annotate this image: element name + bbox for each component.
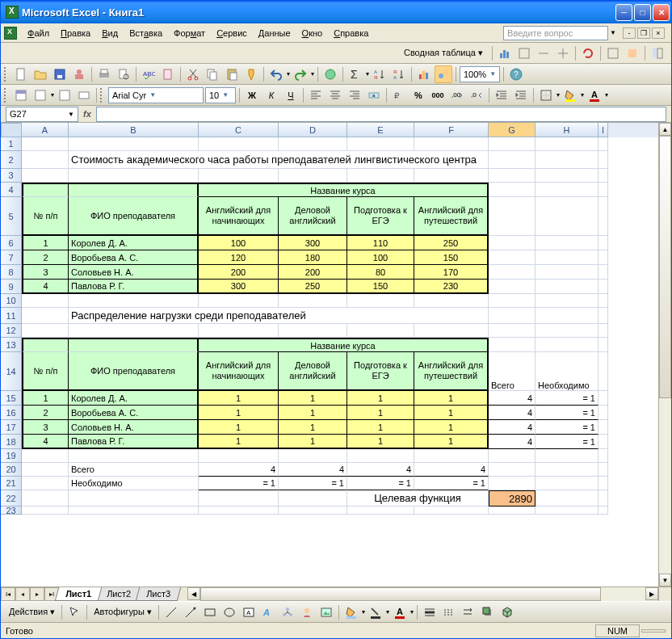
rectangle-icon[interactable] xyxy=(201,603,219,621)
horizontal-scrollbar[interactable]: ◀ ▶ xyxy=(187,587,658,601)
print-icon[interactable] xyxy=(95,65,113,83)
underline-icon[interactable]: Ч xyxy=(282,86,300,104)
row-20[interactable]: 20 xyxy=(1,463,22,477)
name-define-icon[interactable] xyxy=(75,86,93,104)
font-name-combo[interactable]: Arial Cyr▼ xyxy=(108,87,204,103)
decrease-decimal-icon[interactable]: ,0 xyxy=(468,86,485,104)
scroll-up-button[interactable]: ▲ xyxy=(659,123,671,136)
font-color-icon[interactable]: A xyxy=(586,86,603,104)
row-17[interactable]: 17 xyxy=(1,420,22,435)
row-9[interactable]: 9 xyxy=(1,280,22,294)
autoshapes-menu[interactable]: Автофигуры ▾ xyxy=(90,607,155,617)
zoom-combo[interactable]: 100%▼ xyxy=(460,66,500,82)
select-objects-icon[interactable] xyxy=(65,603,83,621)
row-10[interactable]: 10 xyxy=(1,294,22,308)
menu-edit[interactable]: Правка xyxy=(55,27,96,40)
research-icon[interactable] xyxy=(159,65,177,83)
italic-icon[interactable]: К xyxy=(262,86,280,104)
mdi-minimize-button[interactable]: - xyxy=(623,27,636,39)
increase-decimal-icon[interactable]: ,00 xyxy=(448,86,466,104)
hscroll-thumb[interactable] xyxy=(200,587,601,601)
scroll-right-button[interactable]: ▶ xyxy=(645,587,658,600)
save-icon[interactable] xyxy=(51,65,69,83)
col-F[interactable]: F xyxy=(414,123,489,137)
align-right-icon[interactable] xyxy=(346,86,363,104)
undo-icon[interactable] xyxy=(267,65,285,83)
vertical-scrollbar[interactable]: ▲ ▼ xyxy=(658,123,671,586)
menu-data[interactable]: Данные xyxy=(253,27,296,40)
print-preview-icon[interactable] xyxy=(115,65,132,83)
row-13[interactable]: 13 xyxy=(1,338,22,352)
new-icon[interactable] xyxy=(12,65,30,83)
menu-format[interactable]: Формат xyxy=(168,27,211,40)
row-22[interactable]: 22 xyxy=(1,490,22,507)
oval-icon[interactable] xyxy=(220,603,238,621)
excel-doc-icon[interactable] xyxy=(4,27,17,40)
actions-menu[interactable]: Действия ▾ xyxy=(6,607,58,617)
pivot-chart-icon[interactable] xyxy=(496,44,514,62)
line-color-icon[interactable] xyxy=(367,603,384,621)
bold-icon[interactable]: Ж xyxy=(243,86,261,104)
arrow-style-icon[interactable] xyxy=(460,603,477,621)
open-icon[interactable] xyxy=(32,65,49,83)
dash-style-icon[interactable] xyxy=(440,603,458,621)
align-center-icon[interactable] xyxy=(326,86,344,104)
worksheet[interactable]: A B C D E F G H I 1 2Стоимость академиче… xyxy=(1,123,658,586)
help-icon[interactable]: ? xyxy=(507,65,525,83)
increase-indent-icon[interactable] xyxy=(512,86,530,104)
row-1[interactable]: 1 xyxy=(1,137,22,151)
sheet-tab-3[interactable]: Лист3 xyxy=(136,587,182,601)
menu-window[interactable]: Окно xyxy=(296,27,329,40)
row-14[interactable]: 14 xyxy=(1,352,22,391)
tab-first-button[interactable]: I◂ xyxy=(1,587,15,601)
3d-icon[interactable] xyxy=(498,603,516,621)
pivot-refresh-icon[interactable] xyxy=(579,44,597,62)
line-icon[interactable] xyxy=(162,603,180,621)
autosum-icon[interactable]: Σ xyxy=(346,65,364,83)
shadow-icon[interactable] xyxy=(479,603,497,621)
sheet-tab-1[interactable]: Лист1 xyxy=(55,587,103,601)
pivot-fieldlist-icon[interactable] xyxy=(649,44,666,62)
merge-center-icon[interactable]: a xyxy=(365,86,383,104)
fx-icon[interactable]: fx xyxy=(83,109,91,119)
currency-icon[interactable]: ₽ xyxy=(390,86,408,104)
row-19[interactable]: 19 xyxy=(1,449,22,463)
col-I[interactable]: I xyxy=(598,123,608,137)
scroll-down-button[interactable]: ▼ xyxy=(659,574,671,586)
sort-desc-icon[interactable]: ЯА xyxy=(390,65,408,83)
menu-file[interactable]: Файл xyxy=(22,27,55,40)
col-H[interactable]: H xyxy=(536,123,598,137)
copy-icon[interactable] xyxy=(204,65,221,83)
maximize-button[interactable]: □ xyxy=(634,4,651,21)
wordart-icon[interactable]: A xyxy=(259,603,277,621)
align-left-icon[interactable] xyxy=(307,86,325,104)
format-as-table-icon[interactable] xyxy=(32,86,49,104)
picture-icon[interactable] xyxy=(317,603,335,621)
pivot-hide-icon[interactable] xyxy=(535,44,552,62)
close-button[interactable]: ✕ xyxy=(653,4,670,21)
fill-color-icon[interactable] xyxy=(561,86,579,104)
pivot-table-button[interactable]: Сводная таблица ▾ xyxy=(398,45,489,61)
row-15[interactable]: 15 xyxy=(1,391,22,406)
select-all-button[interactable] xyxy=(1,123,22,137)
sheet-tab-2[interactable]: Лист2 xyxy=(96,587,142,601)
borders-icon[interactable] xyxy=(537,86,555,104)
spelling-icon[interactable]: ABC xyxy=(140,65,158,83)
font-size-combo[interactable]: 10▼ xyxy=(205,87,236,103)
scroll-thumb[interactable] xyxy=(659,136,671,398)
ask-question-input[interactable]: Введите вопрос xyxy=(503,26,608,40)
row-3[interactable]: 3 xyxy=(1,169,22,183)
format-painter-icon[interactable] xyxy=(242,65,260,83)
row-8[interactable]: 8 xyxy=(1,265,22,280)
chart-icon[interactable] xyxy=(415,65,433,83)
mdi-close-button[interactable]: × xyxy=(652,27,665,39)
line-style-icon[interactable] xyxy=(421,603,439,621)
mdi-restore-button[interactable]: ❐ xyxy=(637,27,650,39)
conditional-format-icon[interactable] xyxy=(12,86,30,104)
name-box[interactable]: G27▼ xyxy=(6,107,78,122)
scroll-left-button[interactable]: ◀ xyxy=(187,587,200,600)
row-16[interactable]: 16 xyxy=(1,406,22,420)
menu-insert[interactable]: Вставка xyxy=(124,27,168,40)
row-5[interactable]: 5 xyxy=(1,197,22,236)
row-18[interactable]: 18 xyxy=(1,435,22,449)
